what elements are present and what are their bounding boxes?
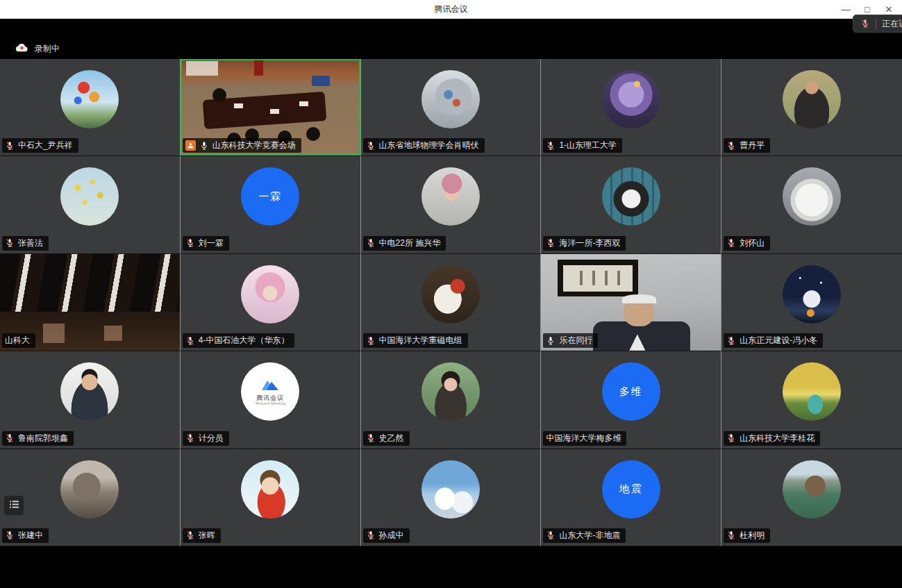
calligraphy-paper xyxy=(563,265,633,292)
speaking-status-text: 正在讲 xyxy=(882,18,902,30)
logo-text-cn: 腾讯会议 xyxy=(256,394,284,401)
participant-name: 1-山东理工大学 xyxy=(559,140,617,151)
participant-tile[interactable]: 山科大 xyxy=(0,254,181,351)
participant-name: 孙成中 xyxy=(379,530,404,541)
participant-name: 中石大_尹兵祥 xyxy=(18,140,73,151)
name-label: 乐在同行 xyxy=(543,333,598,348)
participant-tile[interactable]: 4-中国石油大学（华东） xyxy=(181,254,361,351)
calligraphy-frame xyxy=(558,260,638,296)
text-avatar: 一霖 xyxy=(241,167,299,226)
participant-name: 张晖 xyxy=(199,530,215,541)
avatar-spring-blossoms xyxy=(60,167,119,226)
participant-name: 山科大 xyxy=(5,335,30,346)
mic-muted-icon xyxy=(726,141,736,151)
participant-tile[interactable]: 张晖 xyxy=(181,449,361,546)
participant-tile[interactable]: 曹丹平 xyxy=(721,59,902,156)
avatar-text: 多维 xyxy=(619,385,643,398)
window-glow xyxy=(104,326,122,341)
room-blue-object xyxy=(312,76,330,86)
participant-tile[interactable]: 中电22所 施兴华 xyxy=(361,156,542,253)
minimize-button[interactable]: — xyxy=(838,2,853,17)
avatar-dog xyxy=(602,167,660,226)
participant-name: 中电22所 施兴华 xyxy=(379,237,441,249)
participant-tile[interactable]: 1-山东理工大学 xyxy=(541,59,721,156)
meeting-window: 腾讯会议 — □ ✕ 正在讲 录制中 中石大_尹兵祥山东科技大学竞赛会场山东省地… xyxy=(0,0,902,588)
participant-name: 刘怀山 xyxy=(740,237,765,249)
mic-muted-icon xyxy=(185,433,195,443)
avatar-toddler-pink-hat xyxy=(421,167,480,226)
participant-tile[interactable]: 史乙然 xyxy=(361,351,542,448)
name-label: 张善法 xyxy=(2,236,49,251)
name-label: 孙成中 xyxy=(363,528,410,543)
mic-muted-icon xyxy=(546,141,556,151)
name-label: 刘一霖 xyxy=(183,236,229,251)
participant-name: 鲁南院郭垠鑫 xyxy=(18,432,68,444)
participant-name: 杜利明 xyxy=(740,530,765,541)
participant-tile[interactable]: 乐在同行 xyxy=(541,254,721,351)
participant-tile[interactable]: 张建中 xyxy=(0,449,181,546)
participant-tile[interactable]: 杜利明 xyxy=(721,449,902,546)
mic-muted-icon xyxy=(5,141,15,151)
participant-name: 张善法 xyxy=(18,237,43,249)
participant-name: 史乙然 xyxy=(379,432,404,444)
participant-name: 中国海洋大学梅多维 xyxy=(546,432,621,444)
mic-muted-icon xyxy=(185,530,195,540)
participant-tile[interactable]: 海洋一所-李西双 xyxy=(541,156,721,253)
mic-muted-icon xyxy=(366,238,376,248)
name-label: 4-中国石油大学（华东） xyxy=(183,333,295,348)
participant-name: 计分员 xyxy=(199,432,224,444)
member-person-icon xyxy=(185,140,196,151)
participant-tile[interactable]: 张善法 xyxy=(0,156,181,253)
avatar-autumn-park xyxy=(783,362,841,421)
text-avatar: 多维 xyxy=(602,362,660,421)
mic-muted-icon xyxy=(726,336,736,346)
mic-muted-icon xyxy=(185,238,195,248)
participant-tile[interactable]: 中国海洋大学重磁电组 xyxy=(361,254,542,351)
mic-muted-icon xyxy=(366,141,376,151)
participant-tile[interactable]: 刘怀山 xyxy=(721,156,902,253)
speaking-status-popup[interactable]: 正在讲 xyxy=(853,15,902,33)
avatar-rice-scoop xyxy=(421,265,480,324)
participant-tile[interactable]: 地震山东大学-非地震 xyxy=(541,449,721,546)
name-label: 山东正元建设-冯小冬 xyxy=(724,333,823,348)
ceiling-light-bands xyxy=(0,254,180,314)
avatar-anime-purple xyxy=(602,70,660,128)
mic-muted-icon xyxy=(860,19,870,28)
avatar-rocky-mountain xyxy=(60,460,119,519)
layout-list-button[interactable] xyxy=(4,496,24,515)
participant-name: 乐在同行 xyxy=(559,335,592,346)
name-label: 中国海洋大学梅多维 xyxy=(543,431,626,446)
avatar-man-portrait xyxy=(60,362,119,421)
popup-divider xyxy=(876,19,876,29)
mic-on-icon xyxy=(546,336,556,346)
name-label: 杜利明 xyxy=(724,528,770,543)
mic-muted-icon xyxy=(5,530,15,540)
participant-tile[interactable]: 腾讯会议Tencent Meeting计分员 xyxy=(181,351,361,448)
avatar-street-photo xyxy=(421,70,480,128)
table-paper xyxy=(299,101,308,106)
participant-tile[interactable]: 多维中国海洋大学梅多维 xyxy=(541,351,721,448)
participant-tile[interactable]: 山东省地球物理学会肖晴伏 xyxy=(361,59,542,156)
participant-tile[interactable]: 山东正元建设-冯小冬 xyxy=(721,254,902,351)
mic-muted-icon xyxy=(5,238,15,248)
window-title: 腾讯会议 xyxy=(435,3,468,15)
participant-tile[interactable]: 山东科技大学李桂花 xyxy=(721,351,902,448)
recording-indicator[interactable]: 录制中 xyxy=(15,42,60,55)
mic-muted-icon xyxy=(185,336,195,346)
avatar-ice-sculpture xyxy=(783,167,841,226)
recording-cloud-icon xyxy=(15,42,28,55)
mic-muted-icon xyxy=(726,530,736,540)
participant-tile[interactable]: 鲁南院郭垠鑫 xyxy=(0,351,181,448)
avatar-night-mountain xyxy=(783,265,841,324)
avatar-child-outdoor xyxy=(783,70,841,128)
mic-muted-icon xyxy=(366,530,376,540)
tencent-meeting-logo-avatar: 腾讯会议Tencent Meeting xyxy=(241,362,299,421)
participant-name: 山东科技大学竞赛会场 xyxy=(212,140,296,151)
participant-name: 山东正元建设-冯小冬 xyxy=(740,335,817,346)
participant-tile[interactable]: 孙成中 xyxy=(361,449,542,546)
participant-tile[interactable]: 中石大_尹兵祥 xyxy=(0,59,181,156)
participant-tile[interactable]: 山东科技大学竞赛会场 xyxy=(181,59,361,156)
participant-tile[interactable]: 一霖刘一霖 xyxy=(181,156,361,253)
name-label: 山东大学-非地震 xyxy=(543,528,626,543)
avatar-text: 一霖 xyxy=(258,190,282,203)
